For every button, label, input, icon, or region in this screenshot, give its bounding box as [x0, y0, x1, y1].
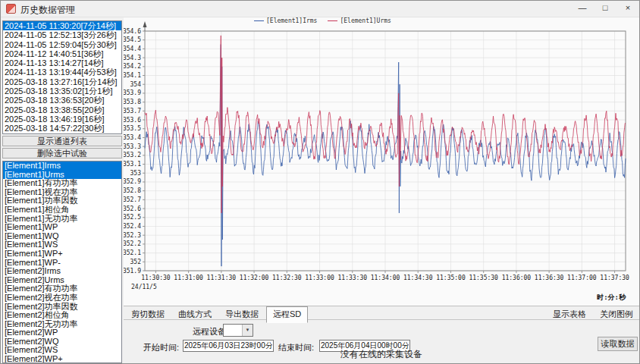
- channel-item[interactable]: [Element1]WQ: [3, 232, 121, 241]
- experiment-item[interactable]: 2025-03-18 13:36:53[20秒]: [3, 96, 121, 105]
- channel-item[interactable]: [Element1]功率因数: [3, 196, 121, 206]
- chart-canvas[interactable]: 351.9352352.1352.2352.3352.4352.5352.635…: [124, 17, 640, 306]
- channel-item[interactable]: [Element1]WS: [3, 240, 121, 249]
- svg-text:354: 354: [130, 81, 142, 88]
- svg-text:时:分:秒: 时:分:秒: [597, 293, 626, 301]
- channel-item[interactable]: [Element1]WP: [3, 223, 121, 232]
- svg-text:352.7: 352.7: [124, 196, 141, 203]
- svg-text:11:34:00: 11:34:00: [371, 275, 400, 281]
- experiment-item[interactable]: 2025-03-18 13:27:16[1分14秒]: [3, 77, 121, 86]
- svg-text:11:37:00: 11:37:00: [567, 275, 597, 281]
- svg-text:11:33:30: 11:33:30: [338, 275, 368, 281]
- svg-text:352.2: 352.2: [124, 240, 141, 247]
- show-table-button[interactable]: 显示表格: [553, 309, 586, 318]
- svg-text:11:36:00: 11:36:00: [502, 275, 532, 281]
- channel-item[interactable]: [Element1]无功功率: [3, 215, 121, 224]
- experiment-item[interactable]: 2024-11-05 11:30:20[7分14秒]: [3, 21, 121, 30]
- svg-text:11:30:30: 11:30:30: [141, 275, 171, 281]
- channel-item[interactable]: [Element1]Irms: [3, 162, 121, 171]
- title-bar: 历史数据管理 — □ ×: [1, 1, 639, 17]
- svg-text:11:34:30: 11:34:30: [403, 275, 433, 281]
- experiment-item[interactable]: 2024-11-13 13:19:44[4分53秒]: [3, 67, 121, 77]
- svg-text:11:36:30: 11:36:30: [535, 275, 564, 281]
- app-window: 历史数据管理 — □ × 2024-11-05 11:30:20[7分14秒]2…: [0, 0, 640, 364]
- svg-text:354.3: 354.3: [124, 55, 141, 61]
- experiment-item[interactable]: 2025-03-18 13:35:02[1分1秒]: [3, 86, 121, 96]
- svg-text:353.8: 353.8: [124, 99, 141, 105]
- channel-item[interactable]: [Element2]相位角: [3, 311, 121, 320]
- chart-legend: [Element1]Irms[Element1]Urms: [254, 17, 402, 27]
- experiment-item[interactable]: 2025-03-18 14:57:22[30秒]: [3, 124, 121, 133]
- window-controls: — □ ×: [571, 1, 639, 17]
- channel-item[interactable]: [Element2]WP: [3, 328, 121, 337]
- channel-item[interactable]: [Element1]视在功率: [3, 188, 121, 197]
- channel-item[interactable]: [Element1]WP-: [3, 259, 121, 268]
- tabs-container: 剪切数据曲线方式导出数据远程SD: [124, 306, 308, 319]
- legend-label: [Element1]Urms: [340, 17, 391, 24]
- app-icon: [6, 4, 16, 14]
- svg-text:353.4: 353.4: [124, 134, 141, 141]
- channel-item[interactable]: [Element2]无功功率: [3, 320, 121, 329]
- channel-item[interactable]: [Element2]WQ: [3, 337, 121, 347]
- delete-experiment-button[interactable]: 删除选中试验: [2, 148, 122, 158]
- channel-item[interactable]: [Element2]Urms: [3, 276, 121, 285]
- svg-text:352.3: 352.3: [124, 232, 141, 239]
- channel-item[interactable]: [Element1]Urms: [3, 171, 121, 180]
- svg-text:11:31:30: 11:31:30: [207, 275, 237, 281]
- maximize-button[interactable]: □: [594, 1, 616, 17]
- experiment-item[interactable]: 2024-11-05 12:52:13[3分26秒]: [3, 30, 121, 39]
- minimize-button[interactable]: —: [571, 1, 594, 17]
- experiment-item[interactable]: 2024-11-12 14:40:51[36秒]: [3, 49, 121, 58]
- tab-links: 显示表格关闭图例: [539, 309, 633, 320]
- bottom-panel: 剪切数据曲线方式导出数据远程SD 显示表格关闭图例 远程设备: ▼ 开始时间: …: [124, 306, 639, 363]
- channel-item[interactable]: [Element2]WS: [3, 346, 121, 355]
- experiment-item[interactable]: 2024-11-05 12:59:04[5分30秒]: [3, 40, 121, 49]
- experiment-item[interactable]: 2025-03-18 13:38:55[20秒]: [3, 105, 121, 115]
- channel-item[interactable]: [Element2]功率因数: [3, 303, 121, 312]
- channel-item[interactable]: [Element1]相位角: [3, 206, 121, 215]
- close-legend-button[interactable]: 关闭图例: [600, 309, 633, 318]
- svg-text:354.2: 354.2: [124, 63, 141, 70]
- show-channel-list-button[interactable]: 显示通道列表: [2, 136, 122, 146]
- legend-line-sample: [254, 20, 264, 21]
- svg-text:353: 353: [130, 170, 142, 177]
- remote-device-select[interactable]: ▼: [223, 324, 253, 337]
- svg-text:352.6: 352.6: [124, 206, 141, 212]
- svg-text:11:32:30: 11:32:30: [272, 275, 302, 281]
- window-title: 历史数据管理: [20, 4, 75, 17]
- svg-text:11:35:00: 11:35:00: [436, 275, 466, 281]
- experiment-item[interactable]: 2025-03-18 13:46:19[16秒]: [3, 115, 121, 124]
- svg-text:24/11/5: 24/11/5: [131, 284, 157, 290]
- svg-text:352.1: 352.1: [124, 249, 141, 256]
- svg-text:354.4: 354.4: [124, 46, 141, 52]
- channel-item[interactable]: [Element2]有功功率: [3, 284, 121, 293]
- sidebar: 2024-11-05 11:30:20[7分14秒]2024-11-05 12:…: [2, 17, 122, 363]
- svg-text:352: 352: [130, 259, 142, 265]
- close-button[interactable]: ×: [616, 1, 639, 17]
- status-message: 没有在线的采集设备: [124, 348, 639, 361]
- experiment-item[interactable]: 2024-11-13 13:14:27[14秒]: [3, 58, 121, 67]
- experiment-list[interactable]: 2024-11-05 11:30:20[7分14秒]2024-11-05 12:…: [2, 20, 122, 134]
- channel-item[interactable]: [Element2]Irms: [3, 267, 121, 276]
- svg-text:352.9: 352.9: [124, 178, 141, 185]
- svg-text:353.5: 353.5: [124, 125, 141, 132]
- svg-text:351.9: 351.9: [124, 268, 141, 275]
- remote-sd-tab-content: 远程设备: ▼ 开始时间: 结束时间: 读取数据 没有在线的采集设备: [124, 320, 639, 363]
- svg-text:354.5: 354.5: [124, 36, 141, 43]
- chevron-down-icon[interactable]: ▼: [242, 325, 253, 336]
- channel-list[interactable]: [Element1]Irms[Element1]Urms[Element1]有功…: [2, 161, 122, 363]
- svg-text:352.4: 352.4: [124, 223, 141, 230]
- svg-text:353.3: 353.3: [124, 143, 141, 150]
- channel-item[interactable]: [Element1]WP+: [3, 249, 121, 259]
- channel-item[interactable]: [Element2]视在功率: [3, 293, 121, 303]
- svg-text:11:37:30: 11:37:30: [600, 275, 629, 281]
- tab-bar: 剪切数据曲线方式导出数据远程SD 显示表格关闭图例: [124, 306, 639, 320]
- legend-label: [Element1]Irms: [266, 17, 317, 24]
- channel-item[interactable]: [Element1]有功功率: [3, 179, 121, 188]
- svg-text:353.2: 353.2: [124, 152, 141, 158]
- svg-text:352.5: 352.5: [124, 214, 141, 221]
- svg-text:354.6: 354.6: [124, 28, 141, 35]
- svg-text:354.1: 354.1: [124, 72, 141, 79]
- svg-text:353.6: 353.6: [124, 117, 141, 124]
- channel-item[interactable]: [Element2]WP+: [3, 355, 121, 363]
